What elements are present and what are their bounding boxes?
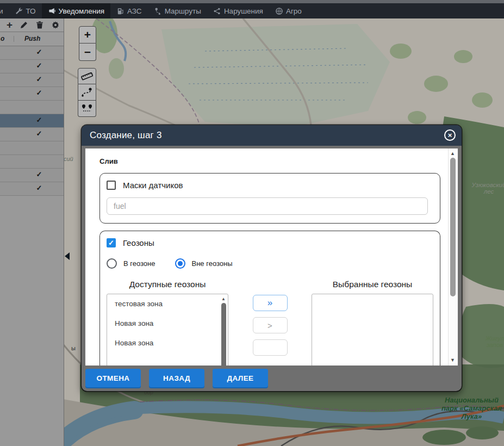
next-button[interactable]: ДАЛЕЕ bbox=[213, 369, 268, 388]
geozone-list-item[interactable]: Новая зона bbox=[107, 333, 228, 353]
close-button[interactable]: × bbox=[444, 129, 456, 141]
back-button[interactable]: НАЗАД bbox=[149, 369, 204, 388]
fuel-pump-icon bbox=[116, 7, 125, 15]
radio-in-geozone[interactable]: В геозоне bbox=[107, 258, 155, 269]
list-scrollbar[interactable]: ▲ bbox=[220, 295, 227, 366]
transfer-all-right-button[interactable]: » bbox=[253, 295, 288, 311]
sensor-mask-input[interactable] bbox=[107, 197, 428, 215]
geozones-fieldset: ✓ Геозоны В геозоне Вне геозоны bbox=[99, 231, 440, 366]
app-topbar: киТОУведомленияАЗСМаршрутыНарушенияАгро bbox=[0, 3, 504, 18]
radio-in-icon bbox=[107, 258, 117, 269]
topbar-tab-Маршруты[interactable]: Маршруты bbox=[148, 3, 207, 18]
creation-modal: Создание, шаг 3 × Слив Маски датчиков ✓ … bbox=[82, 125, 462, 391]
tab-label: Агро bbox=[286, 7, 302, 15]
route-pin-icon bbox=[154, 7, 162, 15]
transfer-right-button[interactable]: > bbox=[253, 317, 288, 333]
modal-content: Слив Маски датчиков ✓ Геозоны bbox=[85, 148, 448, 366]
close-icon: × bbox=[448, 132, 452, 139]
violation-icon bbox=[213, 7, 221, 15]
modal-body: Слив Маски датчиков ✓ Геозоны bbox=[85, 148, 458, 366]
topbar-tab-ТО[interactable]: ТО bbox=[9, 3, 41, 18]
tab-label: АЗС bbox=[127, 7, 142, 15]
tab-label: ки bbox=[0, 7, 3, 15]
scrollbar-thumb[interactable] bbox=[221, 303, 226, 366]
megaphone-icon bbox=[48, 7, 56, 15]
geozone-list-item[interactable]: тестовая зона bbox=[107, 294, 228, 314]
wrench-icon bbox=[15, 7, 23, 15]
modal-scrollbar[interactable]: ▲ ▼ bbox=[448, 148, 458, 366]
modal-scrollbar-up-icon[interactable]: ▲ bbox=[450, 151, 455, 156]
modal-scrollbar-thumb[interactable] bbox=[450, 158, 456, 296]
geozones-checkbox[interactable]: ✓ bbox=[107, 238, 116, 247]
modal-footer: ОТМЕНАНАЗАДДАЛЕЕ bbox=[82, 366, 462, 391]
tab-label: Уведомления bbox=[59, 7, 104, 15]
topbar-tab-ки[interactable]: ки bbox=[0, 3, 9, 18]
topbar-tab-Агро[interactable]: Агро bbox=[269, 3, 308, 18]
radio-in-label: В геозоне bbox=[123, 259, 155, 268]
tab-label: Нарушения bbox=[224, 7, 263, 15]
geozone-radio-group: В геозоне Вне геозоны bbox=[107, 258, 433, 269]
scrollbar-up-icon[interactable]: ▲ bbox=[221, 296, 226, 301]
selected-geozones-list[interactable] bbox=[312, 294, 433, 366]
topbar-tab-Уведомления[interactable]: Уведомления bbox=[42, 3, 110, 18]
sensor-masks-label: Маски датчиков bbox=[123, 181, 183, 190]
sensor-masks-fieldset: Маски датчиков bbox=[99, 173, 440, 224]
cancel-button[interactable]: ОТМЕНА bbox=[85, 369, 141, 388]
radio-out-icon bbox=[175, 258, 185, 269]
transfer-right-button[interactable] bbox=[253, 339, 288, 356]
radio-out-label: Вне геозоны bbox=[192, 259, 233, 268]
app-window: Узюковский лес Жигул запов Национальный … bbox=[0, 0, 504, 446]
sensor-masks-checkbox[interactable] bbox=[107, 181, 116, 190]
topbar-tab-Нарушения[interactable]: Нарушения bbox=[207, 3, 269, 18]
modal-scrollbar-down-icon[interactable]: ▼ bbox=[450, 357, 455, 363]
tab-label: Маршруты bbox=[165, 7, 201, 15]
available-geozones-header: Доступные геозоны bbox=[107, 280, 228, 289]
selected-geozones-header: Выбранные геозоны bbox=[312, 280, 433, 289]
sliv-label: Слив bbox=[99, 157, 441, 165]
modal-title: Создание, шаг 3 bbox=[82, 130, 162, 141]
topbar-tab-АЗС[interactable]: АЗС bbox=[110, 3, 148, 18]
transfer-buttons: »> bbox=[228, 280, 312, 366]
tab-label: ТО bbox=[26, 7, 35, 15]
geozones-label: Геозоны bbox=[123, 238, 154, 247]
modal-header: Создание, шаг 3 × bbox=[82, 125, 462, 146]
available-geozones-list[interactable]: тестовая зонаНовая зонаНовая зона ▲ bbox=[107, 294, 228, 366]
geozone-list-item[interactable]: Новая зона bbox=[107, 314, 228, 333]
radio-out-geozone[interactable]: Вне геозоны bbox=[175, 258, 233, 269]
globe-icon bbox=[275, 7, 283, 15]
